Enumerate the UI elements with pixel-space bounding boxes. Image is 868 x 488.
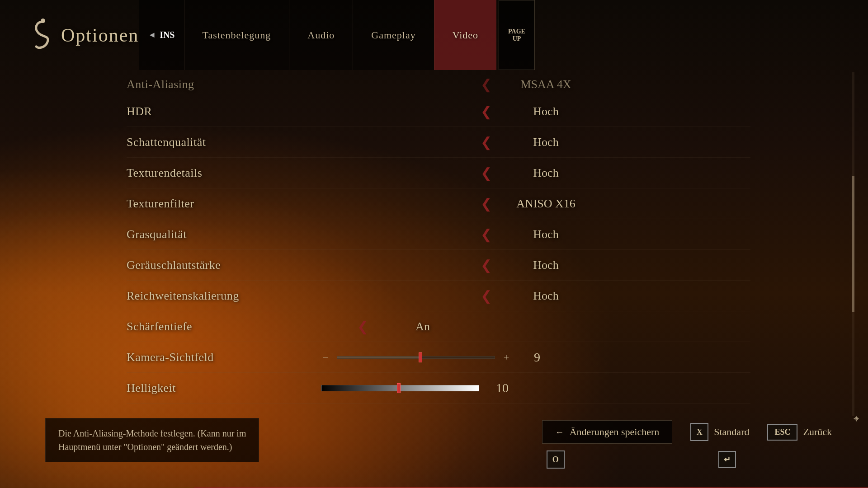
texturenf-value: ANISO X16 bbox=[501, 197, 591, 211]
setting-row: HDR ❮ Hoch bbox=[127, 96, 750, 127]
setting-row: Reichweitenskalierung ❮ Hoch bbox=[127, 281, 750, 311]
setting-control-schaerfe: ❮ An bbox=[321, 320, 750, 333]
bottom-bar: Die Anti-Aliasing-Methode festlegen. (Ka… bbox=[0, 411, 868, 488]
setting-name-kamera: Kamera-Sichtfeld bbox=[127, 351, 321, 364]
partial-setting-control: ❮ MSAA 4X bbox=[321, 78, 750, 91]
kamera-slider-thumb[interactable] bbox=[419, 352, 422, 362]
tab-gameplay[interactable]: Gameplay bbox=[353, 0, 434, 70]
helligkeit-slider-container: 10 bbox=[321, 381, 750, 395]
x-key-icon: X bbox=[690, 423, 708, 441]
gras-left-arrow-icon[interactable]: ❮ bbox=[481, 228, 492, 241]
enter-key-icon: ↵ bbox=[718, 451, 736, 468]
setting-control-texturend: ❮ Hoch bbox=[321, 166, 750, 180]
setting-control-texturenf: ❮ ANISO X16 bbox=[321, 197, 750, 211]
tooltip-box: Die Anti-Aliasing-Methode festlegen. (Ka… bbox=[45, 418, 259, 462]
setting-control-helligkeit: 10 bbox=[321, 381, 750, 395]
setting-row: Texturenfilter ❮ ANISO X16 bbox=[127, 188, 750, 219]
setting-name-reichweite: Reichweitenskalierung bbox=[127, 289, 321, 303]
page-up-line2: UP bbox=[513, 35, 521, 42]
helligkeit-slider-thumb[interactable] bbox=[397, 383, 401, 393]
save-arrow-icon: ← bbox=[555, 427, 564, 437]
nav-ins-label: INS bbox=[160, 30, 175, 40]
setting-row: Helligkeit 10 bbox=[127, 373, 750, 404]
texturenf-left-arrow-icon[interactable]: ❮ bbox=[481, 197, 492, 211]
logo-area: Optionen bbox=[0, 17, 139, 53]
partial-row: Anti-Aliasing ❮ MSAA 4X bbox=[127, 70, 750, 96]
helligkeit-value: 10 bbox=[486, 381, 509, 395]
gerausch-value: Hoch bbox=[501, 258, 591, 272]
page-up-line1: PAGE bbox=[508, 28, 525, 35]
partial-left-arrow-icon[interactable]: ❮ bbox=[481, 78, 492, 91]
texturend-value: Hoch bbox=[501, 166, 591, 180]
setting-row: Schärfentiefe ❮ An bbox=[127, 311, 750, 342]
partial-setting-name: Anti-Aliasing bbox=[127, 78, 321, 91]
tab-audio[interactable]: Audio bbox=[289, 0, 353, 70]
o-button[interactable]: O bbox=[547, 450, 565, 469]
save-button[interactable]: ← Änderungen speichern bbox=[542, 420, 673, 444]
kamera-plus-button[interactable]: + bbox=[502, 352, 511, 363]
partial-setting-value: MSAA 4X bbox=[501, 78, 591, 91]
tooltip-text: Die Anti-Aliasing-Methode festlegen. (Ka… bbox=[58, 428, 246, 452]
setting-name-hdr: HDR bbox=[127, 105, 321, 118]
zuruck-label: Zurück bbox=[803, 426, 832, 438]
scrollbar[interactable]: ⌖ bbox=[852, 72, 854, 416]
nav-ins-button[interactable]: ◄ INS bbox=[139, 0, 184, 70]
helligkeit-slider-track[interactable] bbox=[321, 385, 479, 391]
gras-value: Hoch bbox=[501, 228, 591, 241]
setting-name-texturend: Texturendetails bbox=[127, 166, 321, 180]
texturend-left-arrow-icon[interactable]: ❮ bbox=[481, 166, 492, 180]
svg-point-0 bbox=[41, 19, 45, 23]
kamera-slider-track[interactable] bbox=[337, 356, 495, 359]
setting-row: Geräuschlautstärke ❮ Hoch bbox=[127, 250, 750, 281]
kamera-slider-container: − + 9 bbox=[321, 350, 750, 365]
setting-control-gerausch: ❮ Hoch bbox=[321, 258, 750, 272]
o-key-icon: O bbox=[547, 450, 565, 469]
header: Optionen ◄ INS Tastenbelegung Audio Game… bbox=[0, 0, 868, 70]
save-label: Änderungen speichern bbox=[570, 426, 660, 438]
bottom-row-bottom: O ↵ bbox=[542, 450, 832, 469]
setting-control-schatten: ❮ Hoch bbox=[321, 136, 750, 149]
nav-arrow-icon: ◄ bbox=[148, 30, 156, 40]
setting-name-gras: Grasqualität bbox=[127, 228, 321, 241]
schaerfe-left-arrow-icon[interactable]: ❮ bbox=[357, 320, 368, 333]
reichweite-value: Hoch bbox=[501, 289, 591, 303]
setting-control-reichweite: ❮ Hoch bbox=[321, 289, 750, 303]
schatten-left-arrow-icon[interactable]: ❮ bbox=[481, 136, 492, 149]
hdr-left-arrow-icon[interactable]: ❮ bbox=[481, 105, 492, 118]
setting-name-gerausch: Geräuschlautstärke bbox=[127, 258, 321, 272]
setting-control-kamera: − + 9 bbox=[321, 350, 750, 365]
scrollbar-thumb bbox=[852, 176, 854, 312]
kamera-slider-fill bbox=[337, 357, 420, 358]
hdr-value: Hoch bbox=[501, 105, 591, 118]
kamera-value: 9 bbox=[518, 350, 540, 365]
setting-row: Grasqualität ❮ Hoch bbox=[127, 219, 750, 250]
esc-key-icon: ESC bbox=[767, 424, 797, 441]
setting-name-schatten: Schattenqualität bbox=[127, 136, 321, 149]
setting-row: Schattenqualität ❮ Hoch bbox=[127, 127, 750, 158]
setting-name-texturenf: Texturenfilter bbox=[127, 197, 321, 211]
back-button[interactable]: ESC Zurück bbox=[767, 424, 832, 441]
schatten-value: Hoch bbox=[501, 136, 591, 149]
reichweite-left-arrow-icon[interactable]: ❮ bbox=[481, 289, 492, 303]
setting-name-helligkeit: Helligkeit bbox=[127, 381, 321, 395]
gerausch-left-arrow-icon[interactable]: ❮ bbox=[481, 258, 492, 272]
standard-button[interactable]: X Standard bbox=[690, 423, 749, 441]
setting-control-gras: ❮ Hoch bbox=[321, 228, 750, 241]
logo-icon bbox=[25, 17, 61, 53]
tab-tastenbelegung[interactable]: Tastenbelegung bbox=[184, 0, 289, 70]
page-title: Optionen bbox=[61, 24, 139, 46]
settings-list: Anti-Aliasing ❮ MSAA 4X HDR ❮ Hoch Schat… bbox=[127, 70, 750, 404]
kamera-minus-button[interactable]: − bbox=[321, 352, 330, 363]
setting-row: Kamera-Sichtfeld − + 9 bbox=[127, 342, 750, 373]
bottom-row-top: ← Änderungen speichern X Standard ESC Zu… bbox=[542, 420, 832, 444]
page-up-button[interactable]: PAGE UP bbox=[499, 0, 535, 70]
setting-row: Texturendetails ❮ Hoch bbox=[127, 158, 750, 188]
standard-label: Standard bbox=[714, 426, 749, 438]
setting-name-schaerfe: Schärfentiefe bbox=[127, 320, 321, 333]
navigation-bar: ◄ INS Tastenbelegung Audio Gameplay Vide… bbox=[139, 0, 868, 70]
bottom-actions: ← Änderungen speichern X Standard ESC Zu… bbox=[542, 418, 832, 469]
enter-button[interactable]: ↵ bbox=[718, 451, 736, 468]
schaerfe-value: An bbox=[377, 320, 468, 333]
tab-video[interactable]: Video bbox=[434, 0, 496, 70]
setting-control-hdr: ❮ Hoch bbox=[321, 105, 750, 118]
